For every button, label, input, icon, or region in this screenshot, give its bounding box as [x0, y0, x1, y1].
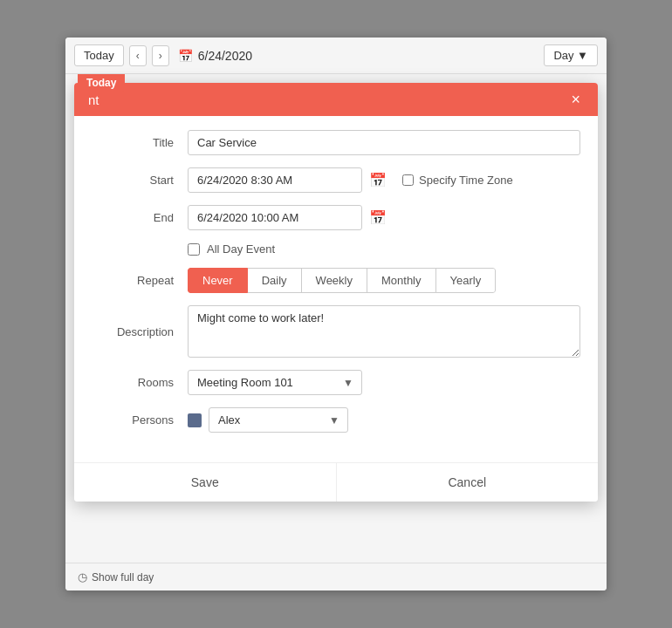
end-field: 📅 — [188, 205, 388, 230]
repeat-group: Never Daily Weekly Monthly Yearly — [188, 268, 496, 293]
save-button[interactable]: Save — [74, 463, 337, 502]
description-input[interactable]: Might come to work later! — [188, 305, 580, 358]
cancel-button[interactable]: Cancel — [337, 463, 599, 502]
modal-header: nt × — [74, 83, 598, 116]
show-full-day-label: Show full day — [92, 571, 154, 584]
repeat-row: Repeat Never Daily Weekly Monthly Yearly — [92, 268, 580, 293]
person-color-swatch — [188, 413, 202, 427]
today-badge: Today — [78, 74, 125, 92]
modal-title: nt — [88, 92, 99, 107]
nav-right: Day ▼ — [544, 44, 598, 66]
clock-icon: ◷ — [78, 570, 87, 584]
show-full-day-button[interactable]: ◷ Show full day — [78, 570, 154, 584]
prev-button[interactable]: ‹ — [129, 45, 147, 66]
end-row: End 📅 — [92, 205, 580, 230]
description-row: Description Might come to work later! — [92, 305, 580, 358]
repeat-never-button[interactable]: Never — [188, 268, 248, 293]
title-row: Title — [92, 130, 580, 155]
repeat-daily-button[interactable]: Daily — [247, 268, 302, 293]
calendar-nav: Today ‹ › 📅 6/24/2020 Day ▼ — [65, 38, 607, 74]
end-input[interactable] — [188, 205, 362, 230]
view-dropdown[interactable]: Day ▼ — [544, 44, 598, 66]
allday-checkbox[interactable] — [188, 243, 200, 256]
start-input[interactable] — [188, 167, 362, 193]
calendar-container: Today ‹ › 📅 6/24/2020 Day ▼ Today nt × T… — [65, 38, 607, 590]
timezone-checkbox[interactable] — [402, 174, 414, 186]
persons-row: Persons Alex Bob Carol ▼ — [92, 407, 580, 433]
allday-row: All Day Event — [188, 242, 580, 256]
calendar-icon: 📅 — [178, 49, 193, 63]
calendar-bottom: ◷ Show full day — [65, 563, 607, 590]
start-label: Start — [92, 174, 188, 187]
today-button[interactable]: Today — [74, 44, 124, 66]
description-label: Description — [92, 325, 188, 338]
repeat-weekly-button[interactable]: Weekly — [301, 268, 367, 293]
modal-footer: Save Cancel — [74, 462, 598, 502]
rooms-label: Rooms — [92, 376, 188, 389]
rooms-select[interactable]: Meeting Room 101 Meeting Room 102 Confer… — [188, 370, 362, 395]
persons-select-wrapper: Alex Bob Carol ▼ — [188, 407, 348, 433]
title-input[interactable] — [188, 130, 580, 155]
close-button[interactable]: × — [567, 92, 584, 107]
event-modal: nt × Title Start 📅 — [74, 83, 598, 502]
start-field: 📅 Specify Time Zone — [188, 167, 513, 193]
rooms-row: Rooms Meeting Room 101 Meeting Room 102 … — [92, 370, 580, 395]
title-label: Title — [92, 136, 188, 149]
end-calendar-icon[interactable]: 📅 — [367, 208, 388, 228]
repeat-monthly-button[interactable]: Monthly — [367, 268, 436, 293]
nav-date-label: 6/24/2020 — [198, 49, 252, 63]
next-button[interactable]: › — [152, 45, 169, 66]
start-calendar-icon[interactable]: 📅 — [367, 170, 388, 190]
timezone-check: Specify Time Zone — [402, 174, 513, 187]
modal-body: Title Start 📅 Specify Time Zone — [74, 116, 598, 459]
persons-select[interactable]: Alex Bob Carol — [209, 407, 348, 433]
allday-label: All Day Event — [207, 242, 275, 256]
end-label: End — [92, 211, 188, 224]
nav-date: 📅 6/24/2020 — [178, 49, 252, 63]
modal-area: Today nt × Title Start 📅 — [65, 74, 607, 563]
persons-label: Persons — [92, 413, 188, 427]
repeat-label: Repeat — [92, 274, 188, 287]
timezone-label: Specify Time Zone — [419, 174, 513, 187]
rooms-select-wrapper: Meeting Room 101 Meeting Room 102 Confer… — [188, 370, 362, 395]
repeat-yearly-button[interactable]: Yearly — [435, 268, 497, 293]
start-row: Start 📅 Specify Time Zone — [92, 167, 580, 193]
